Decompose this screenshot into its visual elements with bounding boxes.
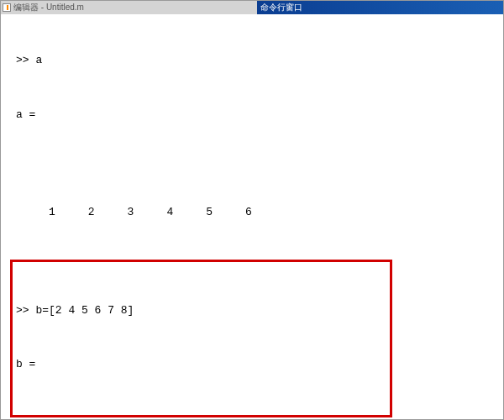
console-line bbox=[16, 406, 500, 421]
console-line: >> b=[2 4 5 6 7 8] bbox=[16, 302, 500, 319]
console-line: b = bbox=[16, 356, 500, 373]
title-bar: 编辑器 - Untitled.m 命令行窗口 bbox=[1, 1, 503, 14]
console-line bbox=[16, 254, 500, 270]
console-line bbox=[16, 155, 500, 171]
console-line: >> a bbox=[16, 52, 500, 69]
console-line: 1 2 3 4 5 6 bbox=[16, 204, 500, 221]
editor-file-icon bbox=[3, 3, 11, 12]
command-window[interactable]: >> a a = 1 2 3 4 5 6 >> b=[2 4 5 6 7 8] … bbox=[1, 14, 503, 420]
title-left-section: 编辑器 - Untitled.m bbox=[1, 2, 257, 13]
console-line: a = bbox=[16, 107, 500, 123]
command-window-title: 命令行窗口 bbox=[257, 2, 302, 13]
editor-title: 编辑器 - Untitled.m bbox=[13, 2, 84, 13]
